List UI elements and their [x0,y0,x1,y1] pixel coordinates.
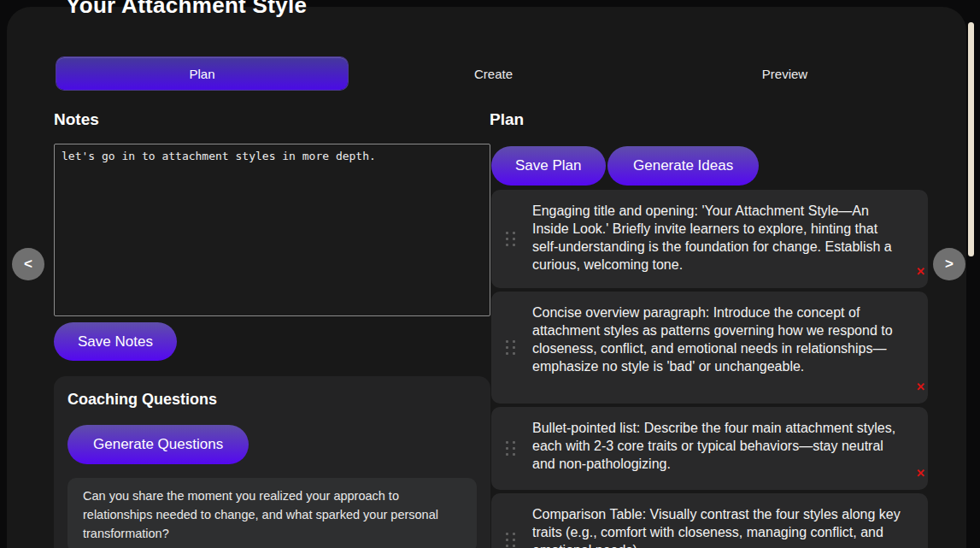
plan-item-card: Bullet-pointed list: Describe the four m… [491,407,928,490]
delete-item-icon[interactable]: ✕ [916,380,925,393]
plan-item-card: Concise overview paragraph: Introduce th… [491,292,928,404]
generate-ideas-button[interactable]: Generate Ideas [607,146,759,186]
delete-item-icon[interactable]: ✕ [916,265,925,278]
drag-handle-icon[interactable] [506,232,516,247]
drag-handle-icon[interactable] [506,441,516,457]
scrollbar-thumb[interactable] [968,22,974,256]
notes-heading: Notes [54,110,99,129]
delete-item-icon[interactable]: ✕ [916,467,925,480]
previous-arrow-button[interactable]: < [12,248,44,280]
coaching-questions-panel: Coaching Questions Generate Questions Ca… [54,376,490,548]
save-plan-button[interactable]: Save Plan [491,146,606,186]
tab-preview[interactable]: Preview [639,57,930,90]
tab-plan[interactable]: Plan [56,57,348,90]
page-title: Your Attachment Style [66,0,307,19]
notes-textarea[interactable]: let's go in to attachment styles in more… [54,144,490,316]
plan-heading: Plan [490,110,524,129]
plan-item-text: Comparison Table: Visually contrast the … [532,507,901,548]
drag-handle-icon[interactable] [506,340,516,356]
next-arrow-button[interactable]: > [933,248,965,280]
tab-bar: Plan Create Preview [56,57,930,90]
generate-questions-button[interactable]: Generate Questions [67,425,249,464]
plan-item-text: Concise overview paragraph: Introduce th… [532,305,893,374]
tab-create[interactable]: Create [348,57,639,90]
plan-item-card: Comparison Table: Visually contrast the … [491,493,928,548]
plan-item-text: Bullet-pointed list: Describe the four m… [532,421,895,471]
drag-handle-icon[interactable] [506,533,516,548]
plan-item-text: Engaging title and opening: 'Your Attach… [532,203,892,272]
coaching-question-item: Can you share the moment you realized yo… [67,478,477,548]
coaching-questions-heading: Coaching Questions [67,391,217,409]
save-notes-button[interactable]: Save Notes [54,322,177,361]
plan-item-card: Engaging title and opening: 'Your Attach… [491,190,928,288]
